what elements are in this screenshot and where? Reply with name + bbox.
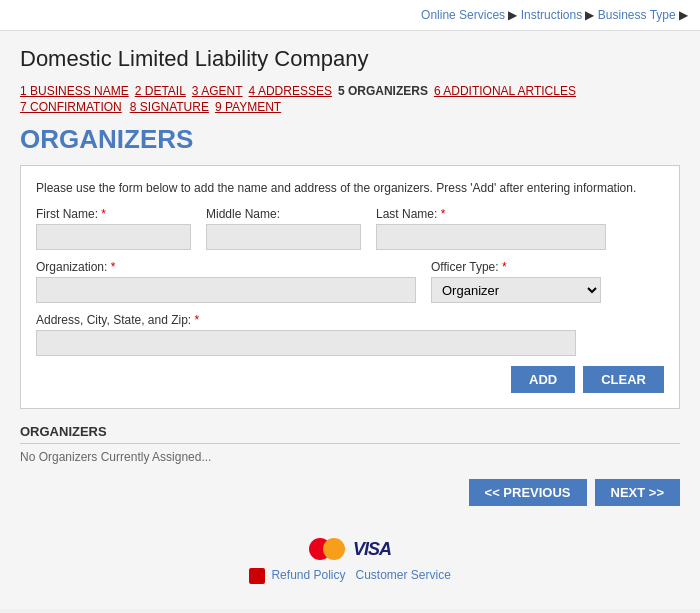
- last-name-group: Last Name: *: [376, 207, 606, 250]
- online-services-link[interactable]: Online Services: [421, 8, 505, 22]
- step-navigation: 1 BUSINESS NAME 2 DETAIL 3 AGENT 4 ADDRE…: [20, 84, 680, 114]
- clear-button[interactable]: CLEAR: [583, 366, 664, 393]
- address-required: *: [195, 313, 200, 327]
- payment-icons: VISA: [30, 536, 670, 562]
- first-name-label: First Name: *: [36, 207, 191, 221]
- step-3-link[interactable]: 3 AGENT: [192, 84, 243, 98]
- sep1: ▶: [508, 8, 517, 22]
- name-row: First Name: * Middle Name: Last Name: *: [36, 207, 664, 250]
- refund-icon: [249, 568, 265, 584]
- organizers-section: ORGANIZERS No Organizers Currently Assig…: [20, 424, 680, 464]
- section-heading: ORGANIZERS: [20, 124, 680, 155]
- form-instruction: Please use the form below to add the nam…: [36, 181, 664, 195]
- sep2: ▶: [585, 8, 594, 22]
- organizers-list-heading: ORGANIZERS: [20, 424, 680, 444]
- next-button[interactable]: NEXT >>: [595, 479, 680, 506]
- first-name-input[interactable]: [36, 224, 191, 250]
- address-label: Address, City, State, and Zip: *: [36, 313, 576, 327]
- org-required: *: [111, 260, 116, 274]
- organizer-form-box: Please use the form below to add the nam…: [20, 165, 680, 409]
- top-nav: Online Services ▶ Instructions ▶ Busines…: [0, 0, 700, 31]
- address-input[interactable]: [36, 330, 576, 356]
- first-name-required: *: [101, 207, 106, 221]
- middle-name-label: Middle Name:: [206, 207, 361, 221]
- mastercard-icon: [309, 536, 349, 562]
- officer-type-select[interactable]: Organizer: [431, 277, 601, 303]
- step-8-link[interactable]: 8 SIGNATURE: [130, 100, 209, 114]
- step-1-link[interactable]: 1 BUSINESS NAME: [20, 84, 129, 98]
- address-group: Address, City, State, and Zip: *: [36, 313, 576, 356]
- middle-name-input[interactable]: [206, 224, 361, 250]
- organization-group: Organization: *: [36, 260, 416, 303]
- org-officer-row: Organization: * Officer Type: * Organize…: [36, 260, 664, 303]
- officer-type-label: Officer Type: *: [431, 260, 601, 274]
- first-name-group: First Name: *: [36, 207, 191, 250]
- footer: VISA Refund Policy Customer Service: [20, 526, 680, 594]
- no-organizers-message: No Organizers Currently Assigned...: [20, 450, 680, 464]
- last-name-required: *: [441, 207, 446, 221]
- main-content: Domestic Limited Liability Company 1 BUS…: [0, 31, 700, 609]
- refund-policy-link[interactable]: Refund Policy: [271, 568, 345, 582]
- step-4-link[interactable]: 4 ADDRESSES: [249, 84, 332, 98]
- business-type-link[interactable]: Business Type: [598, 8, 676, 22]
- step-2-link[interactable]: 2 DETAIL: [135, 84, 186, 98]
- last-name-label: Last Name: *: [376, 207, 606, 221]
- officer-required: *: [502, 260, 507, 274]
- form-buttons: ADD CLEAR: [36, 366, 664, 393]
- middle-name-group: Middle Name:: [206, 207, 361, 250]
- officer-type-group: Officer Type: * Organizer: [431, 260, 601, 303]
- nav-buttons: << PREVIOUS NEXT >>: [20, 479, 680, 506]
- page-title: Domestic Limited Liability Company: [20, 46, 680, 72]
- visa-icon: VISA: [353, 539, 391, 560]
- step-7-link[interactable]: 7 CONFIRMATION: [20, 100, 122, 114]
- previous-button[interactable]: << PREVIOUS: [469, 479, 587, 506]
- customer-service-link[interactable]: Customer Service: [356, 568, 451, 582]
- instructions-link[interactable]: Instructions: [521, 8, 582, 22]
- address-row: Address, City, State, and Zip: *: [36, 313, 664, 356]
- organization-input[interactable]: [36, 277, 416, 303]
- footer-links: Refund Policy Customer Service: [30, 568, 670, 584]
- step-9-link[interactable]: 9 PAYMENT: [215, 100, 281, 114]
- step-5-current: 5 ORGANIZERS: [338, 84, 428, 98]
- step-6-link[interactable]: 6 ADDITIONAL ARTICLES: [434, 84, 576, 98]
- add-button[interactable]: ADD: [511, 366, 575, 393]
- mastercard-right-circle: [323, 538, 345, 560]
- sep3: ▶: [679, 8, 688, 22]
- last-name-input[interactable]: [376, 224, 606, 250]
- organization-label: Organization: *: [36, 260, 416, 274]
